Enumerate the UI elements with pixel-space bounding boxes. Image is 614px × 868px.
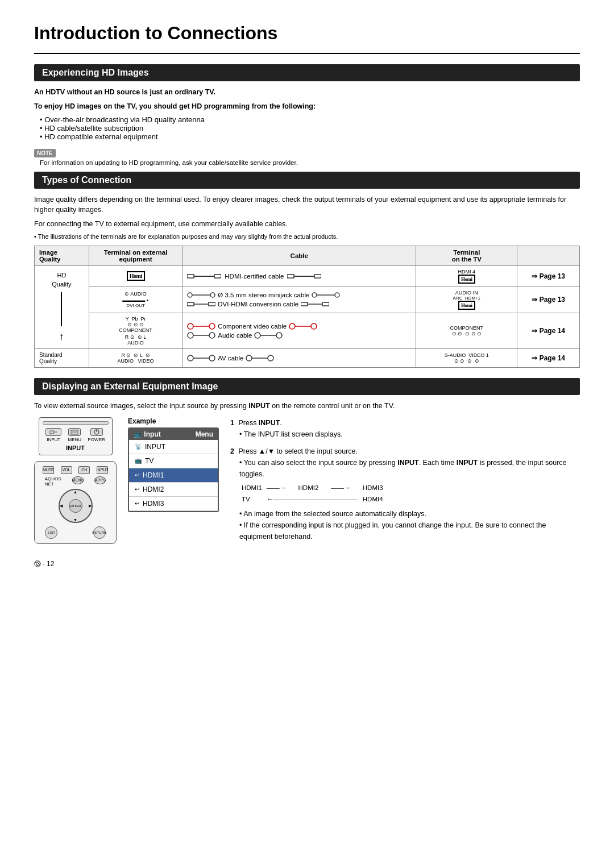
menu-item-label: HDMI3 — [143, 500, 164, 508]
col-header-terminal-ext: Terminal on externalequipment — [89, 246, 182, 265]
page-number: ⑬ · 12 — [34, 559, 580, 569]
hdmi4-label: HDMI4 — [360, 493, 385, 505]
input-button-top[interactable] — [45, 428, 61, 436]
col-header-page — [517, 246, 580, 265]
section2-text2: For connecting the TV to external equipm… — [34, 219, 580, 230]
remote-top-panel: INPUT MENU POWER INPUT — [39, 417, 113, 455]
page-title: Introduction to Connections — [34, 23, 580, 44]
col-header-cable: Cable — [182, 246, 416, 265]
svg-point-8 — [210, 293, 215, 297]
remote-full: MUTE VOL CH INPUT AQUOSNET MENU APPS ▲ ▼… — [34, 461, 117, 544]
air-icon: 📡 — [135, 443, 142, 450]
terminal-tv-video1: S-AUDIO VIDEO 1 ⊙ ⊙ ⊙ ⊙ — [416, 348, 517, 367]
power-label-top: POWER — [88, 437, 105, 442]
section2-small: • The illustrations of the terminals are… — [34, 233, 580, 240]
terminal-ext-av: R ⊙ ⊙ L ⊙ AUDIO VIDEO — [89, 348, 182, 367]
nav-up[interactable]: ▲ — [73, 490, 77, 494]
tv-flow-label: TV — [239, 493, 264, 505]
hdmi-flow-diagram: HDMI1 ——→ HDMI2 ——→ HDMI3 TV ←——————————… — [239, 482, 580, 505]
menu-title-bar: 📺 Input Menu — [129, 429, 218, 440]
menu-button-top[interactable] — [68, 428, 81, 436]
tv-icon: 📺 — [135, 458, 142, 464]
menu-item-label: HDMI1 — [143, 471, 164, 479]
input-label-display: INPUT — [43, 445, 109, 451]
menu-input-label: 📺 Input — [134, 430, 161, 438]
cable-component: Component video cable Audio cable — [182, 313, 416, 348]
hdmi1-label: HDMI1 — [239, 482, 264, 493]
hdmi3-icon: ↩ — [135, 500, 139, 506]
menu-item-tv[interactable]: 📺 TV — [129, 454, 218, 468]
step3-bullet1: An image from the selected source automa… — [239, 508, 580, 520]
nav-left[interactable]: ◀ — [60, 504, 63, 508]
nav-right[interactable]: ▶ — [89, 504, 92, 508]
terminal-ext-hdmi: Homi — [89, 265, 182, 286]
bullet-item: HD cable/satellite subscription — [40, 124, 580, 132]
aquos-net-label: AQUOSNET — [45, 476, 61, 487]
page-ref-4: ⇒ Page 14 — [517, 348, 580, 367]
title-divider — [34, 53, 580, 54]
exit-btn[interactable]: EXIT — [45, 526, 57, 539]
svg-rect-2 — [214, 275, 221, 278]
table-row: Y Pb Pr ⊙ ⊙ ⊙ COMPONENT R ⊙ ⊙ L AUDIO Co… — [35, 313, 580, 348]
menu-example-area: Example 📺 Input Menu 📡 INPUT 📺 TV ↩ HDMI… — [128, 417, 219, 512]
vol-btn[interactable]: VOL — [61, 466, 72, 474]
terminal-tv-hdmi4: HDMI 4 Homi — [416, 265, 517, 286]
menu-item-air[interactable]: 📡 INPUT — [129, 440, 218, 454]
nav-down[interactable]: ▼ — [73, 518, 77, 522]
note-text: For information on updating to HD progra… — [34, 159, 580, 166]
page-ref-2: ⇒ Page 13 — [517, 286, 580, 313]
hdmi2-icon: ↩ — [135, 486, 139, 492]
note-label: NOTE — [34, 149, 56, 157]
hdmi-logo: Homi — [127, 271, 145, 281]
nav-pad[interactable]: ▲ ▼ ◀ ▶ ENTER — [59, 489, 93, 523]
step2-bullets: You can also select the input source by … — [230, 457, 580, 480]
table-row: ⊙ AUDIO ▬▬▬▬▬ + DVI OUT Ø 3.5 mm stereo … — [35, 286, 580, 313]
svg-point-26 — [209, 333, 215, 338]
step-2: 2 Press ▲/▼ to select the input source. … — [230, 446, 580, 543]
svg-point-6 — [188, 293, 192, 297]
return-btn[interactable]: RETURN — [93, 526, 106, 539]
cable-av: AV cable — [182, 348, 416, 367]
arrow1: ——→ — [264, 482, 296, 493]
menu-item-hdmi2[interactable]: ↩ HDMI2 — [129, 483, 218, 497]
menu-title: Menu — [196, 430, 213, 438]
menu-btn-round[interactable]: MENU — [72, 476, 84, 484]
step1-bullet: The INPUT list screen displays. — [239, 429, 580, 440]
svg-rect-14 — [209, 302, 215, 306]
input-btn-small[interactable]: INPUT — [97, 466, 108, 474]
bullet-item: Over-the-air broadcasting via HD quality… — [40, 115, 580, 124]
terminal-tv-hdmi1: AUDIO IN ARC HDMI 1 Homi — [416, 286, 517, 313]
flow-back-arrow: ←————————————— — [264, 493, 360, 505]
menu-item-hdmi3[interactable]: ↩ HDMI3 — [129, 497, 218, 511]
quality-standard: StandardQuality — [35, 348, 89, 367]
step3-bullets: An image from the selected source automa… — [230, 508, 580, 542]
menu-item-hdmi1[interactable]: ↩ HDMI1 — [129, 468, 218, 483]
page-ref-1: Page 13 — [517, 265, 580, 286]
power-button-top[interactable] — [90, 428, 103, 436]
display-section-content: INPUT MENU POWER INPUT — [34, 417, 580, 549]
mute-btn[interactable]: MUTE — [43, 466, 54, 474]
svg-rect-15 — [301, 302, 308, 306]
step1-input-keyword: INPUT — [259, 419, 280, 427]
connection-table: ImageQuality Terminal on externalequipme… — [34, 246, 580, 368]
apps-btn[interactable]: APPS — [94, 476, 106, 484]
cable-minijack: Ø 3.5 mm stereo minijack cable DVI-HDMI … — [182, 286, 416, 313]
table-row: StandardQuality R ⊙ ⊙ L ⊙ AUDIO VIDEO AV… — [35, 348, 580, 367]
menu-label-top: MENU — [68, 437, 82, 442]
step-1: 1 Press INPUT. The INPUT list screen dis… — [230, 417, 580, 440]
remote-control-area: INPUT MENU POWER INPUT — [34, 417, 117, 544]
menu-item-label: TV — [145, 457, 154, 465]
menu-screen: 📺 Input Menu 📡 INPUT 📺 TV ↩ HDMI1 ↩ HDMI… — [128, 427, 219, 512]
ch-btn[interactable]: CH — [78, 466, 90, 474]
cable-hdmi: HDMI-certified cable — [182, 265, 416, 286]
hdmi3-label: HDMI3 — [360, 482, 385, 493]
hdmi-cable-icon — [187, 272, 221, 280]
col-header-terminal-tv: Terminalon the TV — [416, 246, 517, 265]
step2-num: 2 — [230, 447, 234, 455]
svg-rect-3 — [287, 275, 294, 278]
page-ref-3: ⇒ Page 14 — [517, 313, 580, 348]
terminal-ext-dvi: ⊙ AUDIO ▬▬▬▬▬ + DVI OUT — [89, 286, 182, 313]
svg-point-24 — [188, 333, 193, 338]
enter-btn[interactable]: ENTER — [69, 499, 82, 513]
bullet-item: HD compatible external equipment — [40, 132, 580, 141]
